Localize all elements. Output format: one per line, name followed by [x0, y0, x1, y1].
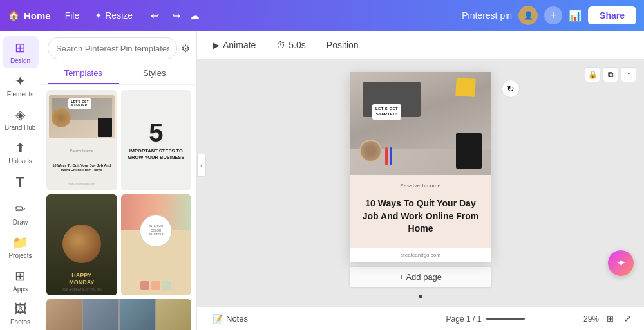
magic-circle-button[interactable]: ✦: [608, 250, 634, 276]
tc1-url: www.createandgo.com: [69, 182, 95, 185]
pin-sticky-note: [455, 78, 475, 97]
resize-icon: ✦: [95, 10, 102, 21]
export-button[interactable]: ↑: [621, 67, 636, 82]
animate-button[interactable]: ▶ Animate: [207, 37, 261, 53]
sidebar-item-projects[interactable]: 📁 Projects: [3, 231, 39, 263]
topbar-right: Pinterest pin 👤 + 📊 Share: [462, 6, 636, 25]
pen-blue: [390, 147, 392, 165]
document-title: Pinterest pin: [462, 10, 512, 21]
photos-label: Photos: [10, 318, 30, 325]
bottom-bar: 📝 Notes Page 1 / 1 29% ⊞ ⤢: [197, 307, 644, 330]
sidebar-item-uploads[interactable]: ⬆ Uploads: [3, 136, 39, 169]
notes-label: Notes: [226, 314, 248, 324]
page-progress-fill: [486, 318, 525, 320]
notes-button[interactable]: 📝 Notes: [207, 311, 253, 326]
tc3-subtitle: HAVE A GREAT & JOYFUL DAY: [50, 288, 113, 291]
bottom-bar-right: 29% ⊞ ⤢: [583, 311, 634, 326]
projects-label: Projects: [8, 252, 32, 259]
templates-grid-container: LET'S GETSTARTED! Passive Income 10 Ways…: [41, 85, 196, 330]
pin-url: createandgo.com: [354, 252, 488, 258]
canvas-document: ↻ LET'S GETSTARTED!: [350, 72, 491, 262]
topbar: 🏠 Home File ✦ Resize ↩ ↪ ☁ Pinterest pin…: [0, 0, 644, 31]
animate-label: Animate: [223, 40, 256, 50]
sidebar-item-draw[interactable]: ✏ Draw: [3, 197, 39, 230]
template-card-1[interactable]: LET'S GETSTARTED! Passive Income 10 Ways…: [46, 90, 117, 190]
page-progress-bar: [486, 318, 525, 320]
user-avatar[interactable]: 👤: [518, 6, 538, 25]
resize-menu[interactable]: ✦ Resize: [88, 8, 139, 23]
pin-badge: LET'S GETSTARTED!: [372, 104, 401, 120]
photo-4: [156, 299, 191, 330]
clock-icon: ⏱: [276, 40, 285, 50]
file-menu[interactable]: File: [59, 8, 86, 23]
swatch-1: [140, 281, 149, 290]
rotate-button[interactable]: ↻: [502, 80, 520, 98]
plus-button[interactable]: +: [544, 6, 562, 24]
brand-hub-icon: ◈: [15, 107, 25, 122]
share-button[interactable]: Share: [588, 6, 636, 24]
canvas-area: ▶ Animate ⏱ 5.0s Position 🔒 ⧉ ↑: [197, 31, 644, 330]
template-card-3[interactable]: HAPPYMONDAY HAVE A GREAT & JOYFUL DAY: [46, 194, 117, 295]
duration-button[interactable]: ⏱ 5.0s: [271, 37, 310, 53]
photo-1: [46, 299, 82, 330]
template-card-5[interactable]: [46, 299, 191, 330]
main-layout: ⊞ Design ✦ Elements ◈ Brand Hub ⬆ Upload…: [0, 31, 644, 330]
topbar-left: 🏠 Home File ✦ Resize ↩ ↪ ☁: [8, 7, 451, 24]
photo-2: [83, 299, 118, 330]
position-button[interactable]: Position: [321, 37, 364, 53]
sidebar-item-apps[interactable]: ⊞ Apps: [3, 264, 39, 297]
resize-label: Resize: [105, 10, 133, 21]
position-label: Position: [327, 40, 359, 50]
bottom-bar-left: 📝 Notes: [207, 311, 388, 326]
design-icon: ⊞: [15, 40, 26, 55]
page-info: Page 1 / 1: [446, 315, 482, 324]
tc4-text: INTERIORCOLORPALETTES: [149, 225, 164, 237]
canvas-toolbar: ▶ Animate ⏱ 5.0s Position: [197, 31, 644, 59]
pin-title: 10 Ways To Quit Your Day Job And Work On…: [360, 197, 481, 235]
page-dots: [416, 292, 425, 301]
topbar-nav: File ✦ Resize: [59, 8, 139, 23]
filter-icon[interactable]: ⚙: [181, 42, 190, 55]
fullscreen-icon[interactable]: ⤢: [621, 311, 634, 326]
sidebar-item-photos[interactable]: 🖼 Photos: [3, 298, 39, 329]
home-nav-item[interactable]: 🏠 Home: [8, 10, 51, 21]
sidebar-item-design[interactable]: ⊞ Design: [3, 36, 39, 68]
canvas-viewport[interactable]: 🔒 ⧉ ↑ ↻: [197, 59, 644, 307]
tc1-title: 10 Ways To Quit Your Day Job And Work On…: [49, 163, 115, 173]
sidebar-item-brand-hub[interactable]: ◈ Brand Hub: [3, 103, 39, 135]
sidebar-item-elements[interactable]: ✦ Elements: [3, 69, 39, 102]
template-card-4[interactable]: INTERIORCOLORPALETTES: [121, 194, 192, 295]
uploads-label: Uploads: [8, 158, 32, 165]
pin-card: LET'S GETSTARTED! Passive Income 10 Ways…: [350, 72, 491, 262]
design-label: Design: [10, 57, 30, 64]
pin-subtitle: Passive Income: [360, 183, 481, 192]
search-input[interactable]: [48, 37, 177, 59]
undo-button[interactable]: ↩: [147, 7, 163, 24]
pen-red: [385, 147, 388, 165]
add-page-button[interactable]: + Add page: [350, 267, 491, 287]
elements-icon: ✦: [15, 73, 26, 89]
draw-label: Draw: [13, 219, 28, 226]
pin-content-area: Passive Income 10 Ways To Quit Your Day …: [350, 175, 491, 248]
sidebar-item-text[interactable]: T: [3, 170, 39, 196]
home-label: Home: [24, 10, 51, 21]
redo-button[interactable]: ↪: [168, 7, 184, 24]
tab-styles[interactable]: Styles: [119, 63, 191, 84]
hide-panel-button[interactable]: ‹: [197, 154, 206, 177]
swatch-3: [162, 281, 171, 290]
tab-templates[interactable]: Templates: [48, 63, 119, 84]
template-grid: LET'S GETSTARTED! Passive Income 10 Ways…: [46, 90, 191, 330]
search-bar: ⚙: [41, 31, 196, 63]
notes-icon: 📝: [213, 314, 223, 324]
lock-button[interactable]: 🔒: [585, 67, 600, 82]
left-sidebar: ⊞ Design ✦ Elements ◈ Brand Hub ⬆ Upload…: [0, 31, 41, 330]
grid-view-icon[interactable]: ⊞: [604, 311, 616, 326]
panel-tabs: Templates Styles: [41, 63, 196, 85]
analytics-icon[interactable]: 📊: [569, 10, 582, 22]
page-dot-1[interactable]: [419, 295, 422, 298]
projects-icon: 📁: [12, 235, 28, 250]
duration-label: 5.0s: [289, 40, 305, 50]
template-card-2[interactable]: 5 IMPORTANT STEPS TO GROW YOUR BUSINESS: [121, 90, 192, 190]
uploads-icon: ⬆: [15, 140, 26, 156]
copy-button[interactable]: ⧉: [603, 67, 618, 82]
